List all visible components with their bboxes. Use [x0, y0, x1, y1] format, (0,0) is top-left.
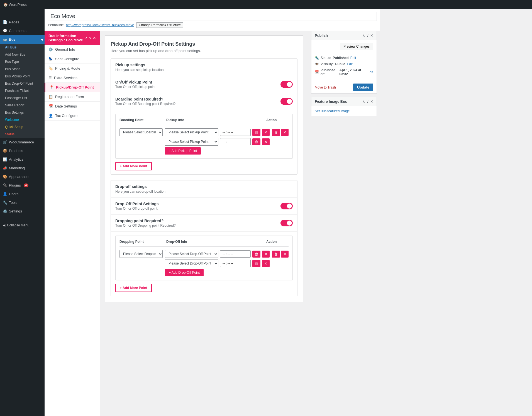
plugins-badge: 4 [24, 183, 29, 187]
users-icon: 👤 [3, 192, 7, 196]
sidebar-item-woocommerce[interactable]: 🛒 WooCommerce [0, 138, 45, 146]
sidebar-item-marketing[interactable]: 📣 Marketing [0, 164, 45, 172]
dropping-required-desc: Turn On or Off Dropping point Required? [115, 224, 176, 227]
dropoff-select-2[interactable]: Please Select Drop-Off Point [165, 260, 218, 267]
sub-sidebar-item-pricing-route[interactable]: 🏷️ Pricing & Route [45, 64, 100, 73]
add-more-point-dropoff-button[interactable]: + Add More Point [115, 284, 152, 292]
move-to-trash-link[interactable]: Move to Trash [315, 85, 336, 89]
sub-sidebar-item-extra-services[interactable]: ☰ Extra Services [45, 73, 100, 83]
publish-close[interactable]: ✕ [370, 33, 373, 38]
preview-changes-button[interactable]: Preview Changes [340, 43, 373, 50]
onoff-pickup-toggle[interactable] [280, 81, 293, 88]
feature-image-chevron-up[interactable]: ∧ [362, 99, 365, 104]
dropoff-delete-btn-1[interactable]: 🗑 [252, 251, 260, 258]
marketing-icon: 📣 [3, 166, 7, 170]
sidebar-item-settings[interactable]: ⚙️ Settings [0, 207, 45, 216]
dropoff-select-1[interactable]: Please Select Drop-Off Point [165, 250, 218, 258]
add-more-point-pickup-button[interactable]: + Add More Point [115, 162, 152, 170]
status-edit-link[interactable]: Edit [350, 56, 356, 60]
feature-image-close[interactable]: ✕ [370, 99, 373, 104]
change-permalink-button[interactable]: Change Permalink Structure [136, 22, 183, 28]
boarding-point-select[interactable]: Please Select Boarding [119, 128, 163, 136]
extra-services-icon: ☰ [48, 76, 52, 80]
sub-sidebar-item-general-info[interactable]: ⚙️ General Info [45, 45, 100, 54]
sidebar-sub-bus-stops[interactable]: Bus Stops [0, 65, 45, 73]
boarding-delete-btn[interactable]: 🗑 [272, 129, 280, 136]
feature-image-chevron-down[interactable]: ∨ [366, 99, 369, 104]
sidebar-sub-bus-settings[interactable]: Bus Settings [0, 109, 45, 116]
dropping-required-toggle[interactable] [280, 220, 293, 226]
dropoff-onoff-desc: Turn On or Off drop-off point. [115, 207, 159, 211]
sub-sidebar-item-pickup-dropoff[interactable]: 📍 Pickup/Drop-Off Point [45, 83, 100, 92]
sub-sidebar-item-seat-configure[interactable]: 💺 Seat Configure [45, 54, 100, 64]
dropoff-close-btn-1[interactable]: ✕ [262, 251, 270, 258]
sidebar-sub-welcome[interactable]: Welcome [0, 116, 45, 123]
boarding-close-btn[interactable]: ✕ [281, 129, 289, 136]
permalink-link[interactable]: http://wordpress1.local/?wbtm_bus=eco-mo… [66, 23, 134, 27]
sub-sidebar-item-tax-configure[interactable]: 👤 Tax Configure [45, 111, 100, 121]
add-pickup-point-button[interactable]: + Add Pickup Point [165, 147, 201, 155]
permalink-bar: Permalink: http://wordpress1.local/?wbtm… [48, 22, 377, 28]
dropoff-delete-btn-2[interactable]: 🗑 [252, 260, 260, 267]
sidebar-sub-sales-report[interactable]: Sales Report [0, 102, 45, 109]
comments-icon: 💬 [3, 29, 7, 33]
dropping-close-btn[interactable]: ✕ [281, 251, 289, 258]
sub-sidebar-item-date-settings[interactable]: 📅 Date Settings [45, 102, 100, 111]
sidebar-sub-quick-setup[interactable]: Quick Setup [0, 123, 45, 131]
sidebar-item-appearance[interactable]: 🎨 Appearance [0, 172, 45, 181]
sidebar-sub-status[interactable]: Status [0, 131, 45, 138]
feature-image-controls: ∧ ∨ ✕ [362, 99, 373, 104]
pickup-delete-btn-1[interactable]: 🗑 [252, 129, 260, 136]
pickup-row-1: Please Select Pickup Point 🗑 ✕ [165, 128, 270, 136]
dropping-delete-btn[interactable]: 🗑 [272, 251, 280, 258]
sidebar-sub-bus-dropoff-point[interactable]: Bus Drop-Off Point [0, 80, 45, 87]
sidebar-sub-passenger-list[interactable]: Passenger List [0, 94, 45, 102]
pickup-close-btn-2[interactable]: ✕ [262, 138, 270, 145]
sidebar-sub-all-bus[interactable]: All Bus [0, 44, 45, 51]
sidebar-sub-bus-pickup-point[interactable]: Bus Pickup Point [0, 73, 45, 80]
sidebar-item-comments[interactable]: 💬 Comments [0, 26, 45, 35]
settings-icon: ⚙️ [3, 209, 7, 213]
add-dropoff-point-button[interactable]: + Add Drop-Off Point [165, 269, 204, 276]
dropoff-time-1[interactable] [220, 250, 251, 258]
collapse-menu[interactable]: ◀ Collapse menu [0, 221, 45, 229]
pickup-time-2[interactable] [220, 138, 251, 145]
sidebar-item-bus[interactable]: 🚌 Bus ◀ [0, 35, 45, 44]
dropoff-time-2[interactable] [220, 260, 251, 267]
dropoff-close-btn-2[interactable]: ✕ [262, 260, 270, 267]
published-edit-link[interactable]: Edit [367, 70, 373, 74]
boarding-row: Please Select Boarding Please Sel [119, 128, 289, 155]
pickup-select-1[interactable]: Please Select Pickup Point [165, 128, 218, 136]
pickup-close-btn-1[interactable]: ✕ [262, 129, 270, 136]
publish-chevron-down[interactable]: ∨ [366, 33, 369, 38]
appearance-icon: 🎨 [3, 175, 7, 179]
sidebar-sub-bus-type[interactable]: Bus Type [0, 58, 45, 65]
pickup-time-1[interactable] [220, 129, 251, 136]
boarding-required-toggle[interactable] [280, 98, 293, 105]
sidebar-sub-purchase-ticket[interactable]: Purchase Ticket [0, 87, 45, 94]
publish-chevron-up[interactable]: ∧ [362, 33, 365, 38]
sub-sidebar-item-registration-form[interactable]: 📋 Registration Form [45, 92, 100, 102]
sidebar-item-pages[interactable]: 📄 Pages [0, 18, 45, 26]
sidebar-item-analytics[interactable]: 📊 Analytics [0, 155, 45, 164]
update-button[interactable]: Update [353, 84, 373, 91]
dropoff-onoff-toggle[interactable] [280, 203, 293, 209]
set-featured-image-link[interactable]: Set Bus featured image [315, 109, 350, 113]
pickup-select-2[interactable]: Please Select Pickup Point [165, 138, 218, 146]
sidebar-sub-add-new-bus[interactable]: Add New Bus [0, 51, 45, 58]
bus-info-close[interactable]: ✕ [93, 36, 96, 40]
visibility-edit-link[interactable]: Edit [347, 62, 353, 66]
sidebar-item-tools[interactable]: 🔧 Tools [0, 198, 45, 207]
dropping-point-select[interactable]: Please Select Dropping [119, 250, 163, 258]
bus-info-chevron-up[interactable]: ∧ [85, 36, 88, 40]
sidebar-item-plugins[interactable]: 🔌 Plugins 4 [0, 181, 45, 190]
sidebar-item-users[interactable]: 👤 Users [0, 190, 45, 198]
pickup-delete-btn-2[interactable]: 🗑 [252, 138, 260, 145]
page-title-input[interactable] [48, 12, 377, 21]
date-settings-icon: 📅 [48, 104, 53, 108]
admin-bar: 🏠 WordPress [0, 0, 532, 9]
sidebar-item-products[interactable]: 📦 Products [0, 146, 45, 155]
bus-info-chevron-down[interactable]: ∨ [89, 36, 92, 40]
boarding-required-desc: Turn On or Off Boarding point Required? [115, 102, 175, 106]
dropping-middle: Please Select Drop-Off Point 🗑 ✕ [165, 250, 270, 276]
